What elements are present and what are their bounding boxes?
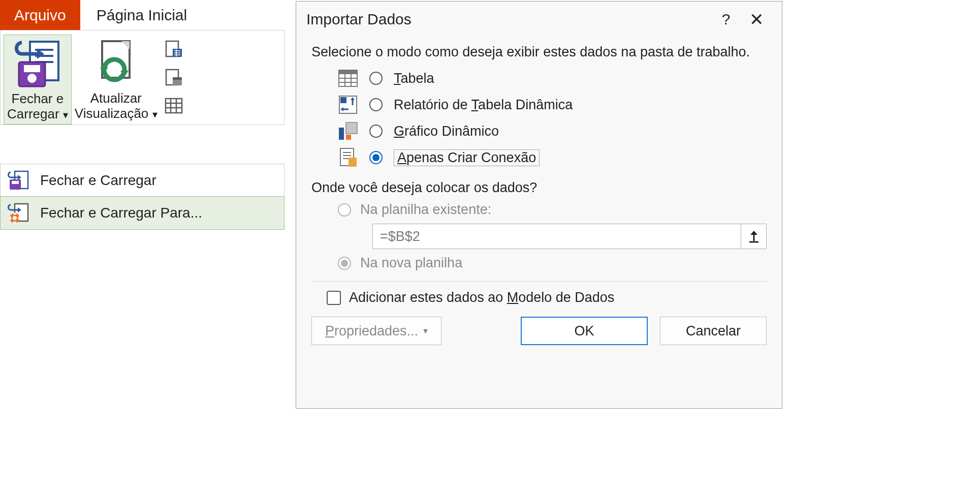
dialog-titlebar: Importar Dados ? ✕ — [296, 2, 782, 37]
cell-reference-input[interactable] — [372, 224, 741, 249]
svg-rect-20 — [173, 77, 182, 80]
pivot-chart-icon — [338, 121, 358, 141]
close-and-load-small-icon — [8, 169, 30, 192]
radio-connection-only[interactable] — [369, 151, 383, 164]
svg-rect-50 — [339, 128, 344, 140]
radio-table[interactable] — [369, 72, 383, 85]
svg-rect-36 — [10, 217, 11, 220]
svg-rect-51 — [346, 122, 357, 134]
view-mode-prompt: Selecione o modo como deseja exibir este… — [311, 44, 767, 60]
option-label-connection-only: Apenas Criar Conexão — [394, 149, 540, 166]
import-data-dialog: Importar Dados ? ✕ Selecione o modo como… — [296, 1, 782, 409]
menu-item-label: Fechar e Carregar — [40, 172, 156, 189]
data-model-row: Adicionar estes dados ao Modelo de Dados — [311, 289, 767, 305]
option-label-pivot-table: Relatório de Tabela Dinâmica — [394, 97, 573, 113]
close-and-load-button[interactable]: Fechar e Carregar ▾ — [4, 35, 72, 125]
close-and-load-dropdown: Fechar e Carregar Fechar e Carregar Para… — [0, 164, 284, 230]
close-button[interactable]: ✕ — [741, 9, 772, 30]
cell-reference-row — [372, 224, 767, 249]
svg-rect-21 — [166, 99, 182, 113]
option-label-table: Tabela — [394, 71, 434, 86]
help-button[interactable]: ? — [711, 10, 741, 28]
refresh-preview-button[interactable]: Atualizar Visualização ▾ — [72, 35, 161, 125]
menu-item-close-and-load-to[interactable]: Fechar e Carregar Para... — [0, 196, 284, 230]
properties-button[interactable]: Propriedades... ▾ — [311, 317, 441, 345]
label-existing-sheet: Na planilha existente: — [360, 202, 491, 218]
svg-point-7 — [27, 74, 37, 83]
radio-existing-sheet — [338, 203, 351, 217]
manage-small-button[interactable] — [165, 97, 183, 115]
tab-file[interactable]: Arquivo — [0, 0, 80, 30]
cancel-button[interactable]: Cancelar — [660, 317, 767, 345]
svg-point-33 — [13, 216, 17, 220]
collapse-dialog-icon — [747, 230, 761, 243]
close-and-load-to-small-icon — [8, 202, 30, 224]
option-row-connection-only: Apenas Criar Conexão — [311, 144, 767, 171]
connection-only-icon — [338, 147, 358, 168]
refresh-preview-icon — [90, 37, 141, 90]
placement-prompt: Onde você deseja colocar os dados? — [311, 180, 767, 196]
ribbon: Arquivo Página Inicial Fechar e — [0, 0, 284, 125]
ribbon-small-buttons — [161, 35, 185, 125]
svg-rect-29 — [12, 181, 19, 184]
dialog-footer: Propriedades... ▾ OK Cancelar — [296, 305, 782, 357]
dropdown-caret-icon: ▾ — [423, 325, 428, 336]
tab-home[interactable]: Página Inicial — [80, 0, 203, 30]
radio-pivot-chart[interactable] — [369, 125, 383, 138]
svg-marker-59 — [750, 231, 757, 235]
radio-new-sheet — [338, 257, 351, 270]
dropdown-caret-icon: ▾ — [152, 109, 157, 120]
option-row-pivot-table: Relatório de Tabela Dinâmica — [311, 91, 767, 118]
svg-rect-45 — [340, 97, 346, 103]
properties-small-button[interactable] — [165, 40, 183, 58]
label-add-to-data-model: Adicionar estes dados ao Modelo de Dados — [349, 290, 614, 305]
svg-rect-35 — [13, 222, 16, 223]
label-new-sheet: Na nova planilha — [360, 255, 462, 271]
checkbox-add-to-data-model[interactable] — [327, 291, 341, 305]
svg-rect-57 — [349, 158, 357, 167]
close-and-load-icon — [12, 37, 63, 90]
dropdown-caret-icon: ▾ — [63, 109, 68, 120]
ribbon-body: Fechar e Carregar ▾ — [0, 30, 284, 125]
svg-rect-37 — [18, 217, 20, 220]
table-icon — [338, 68, 358, 88]
svg-rect-39 — [339, 70, 357, 74]
ok-button[interactable]: OK — [521, 317, 648, 345]
dialog-content: Selecione o modo como deseja exibir este… — [296, 37, 782, 305]
divider — [311, 281, 767, 282]
svg-rect-6 — [24, 65, 40, 72]
dialog-title: Importar Dados — [306, 11, 711, 28]
svg-rect-34 — [13, 213, 16, 214]
cell-reference-picker-button[interactable] — [741, 224, 767, 249]
svg-rect-52 — [346, 135, 351, 140]
option-row-table: Tabela — [311, 65, 767, 91]
option-row-pivot-chart: Gráfico Dinâmico — [311, 118, 767, 144]
option-label-pivot-chart: Gráfico Dinâmico — [394, 124, 499, 139]
advanced-editor-small-button[interactable] — [165, 68, 183, 86]
close-and-load-label: Fechar e Carregar ▾ — [7, 91, 68, 122]
refresh-preview-label: Atualizar Visualização ▾ — [75, 91, 157, 121]
placement-row-new: Na nova planilha — [311, 252, 767, 274]
ribbon-tabs: Arquivo Página Inicial — [0, 0, 284, 30]
menu-item-close-and-load[interactable]: Fechar e Carregar — [1, 164, 284, 197]
pivot-table-icon — [338, 95, 358, 115]
menu-item-label: Fechar e Carregar Para... — [40, 205, 202, 221]
radio-pivot-table[interactable] — [369, 98, 383, 111]
placement-row-existing: Na planilha existente: — [311, 199, 767, 221]
